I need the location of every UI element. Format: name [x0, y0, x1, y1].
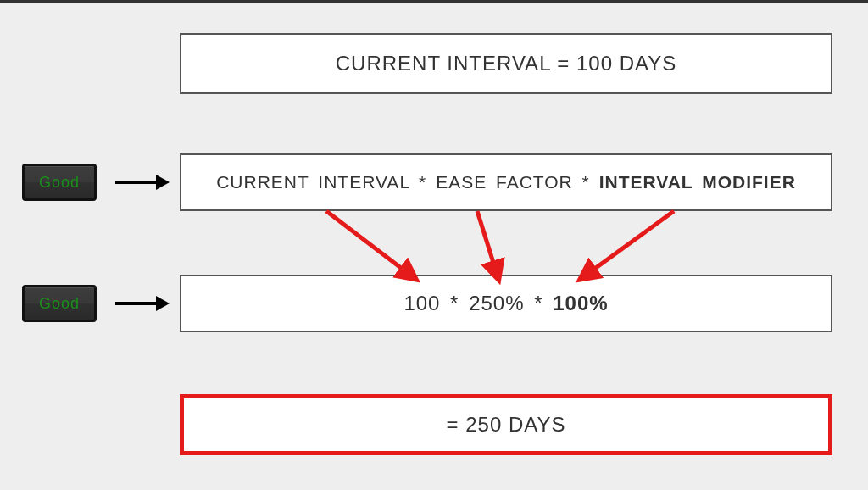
numeric-part-100pct: 100%: [553, 292, 608, 315]
numeric-sep-1: *: [440, 292, 469, 315]
formula-part-ease-factor: EASE FACTOR: [436, 172, 573, 192]
formula-sep-2: *: [573, 172, 599, 192]
result-box: = 250 DAYS: [180, 394, 832, 455]
good-button-2[interactable]: Good: [22, 285, 97, 322]
current-interval-box: CURRENT INTERVAL = 100 DAYS: [180, 33, 832, 94]
numeric-box: 100 * 250% * 100%: [180, 275, 832, 332]
good-button-1-label: Good: [39, 174, 80, 192]
good-button-1[interactable]: Good: [22, 164, 97, 201]
formula-box: CURRENT INTERVAL * EASE FACTOR * INTERVA…: [180, 153, 832, 211]
numeric-sep-2: *: [525, 292, 554, 315]
red-arrow-ease-factor: [477, 211, 498, 279]
formula-part-current-interval: CURRENT INTERVAL: [216, 172, 409, 192]
red-arrow-current-interval: [326, 211, 415, 279]
red-arrow-interval-modifier: [581, 211, 674, 279]
numeric-part-250pct: 250%: [469, 292, 524, 315]
result-text: = 250 DAYS: [447, 413, 566, 437]
good-button-2-label: Good: [39, 295, 80, 313]
current-interval-text: CURRENT INTERVAL = 100 DAYS: [336, 52, 676, 75]
formula-part-interval-modifier: INTERVAL MODIFIER: [599, 172, 796, 192]
numeric-text: 100 * 250% * 100%: [403, 292, 608, 315]
formula-sep-1: *: [409, 172, 436, 192]
numeric-part-100: 100: [403, 292, 440, 315]
formula-text: CURRENT INTERVAL * EASE FACTOR * INTERVA…: [216, 172, 796, 192]
